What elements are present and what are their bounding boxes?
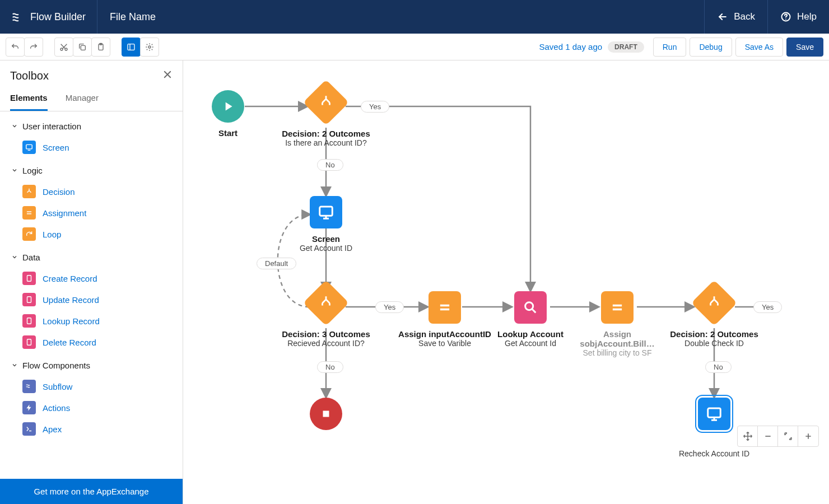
flow-canvas[interactable]: Start Decision: 2 Outcomes Is there an A… xyxy=(183,60,829,504)
back-label: Back xyxy=(734,11,755,22)
svg-rect-4 xyxy=(81,45,85,50)
cut-button[interactable] xyxy=(54,38,73,57)
zoom-fit-button[interactable] xyxy=(778,426,798,446)
svg-point-16 xyxy=(525,302,533,310)
close-toolbox-button[interactable] xyxy=(162,68,173,83)
brand-area: Flow Builder xyxy=(0,0,97,34)
doc-icon xyxy=(22,293,36,306)
chevron-down-icon xyxy=(11,361,18,370)
debug-button[interactable]: Debug xyxy=(690,38,732,57)
settings-button[interactable] xyxy=(140,38,159,57)
assignment-icon xyxy=(22,206,36,220)
assignment-icon xyxy=(429,291,461,324)
cat-head-data[interactable]: Data xyxy=(0,248,183,267)
svg-point-2 xyxy=(60,48,63,50)
tab-elements[interactable]: Elements xyxy=(10,86,48,111)
zoom-out-button[interactable] xyxy=(758,426,778,446)
bolt-icon xyxy=(22,401,36,414)
palette-delete-record[interactable]: Delete Record xyxy=(0,332,183,353)
decision-icon xyxy=(303,80,349,125)
doc-icon xyxy=(22,272,36,285)
save-button[interactable]: Save xyxy=(786,38,823,57)
svg-point-1 xyxy=(785,18,786,20)
help-icon xyxy=(780,11,791,22)
file-name: File Name xyxy=(97,11,168,23)
decision-icon xyxy=(22,185,36,198)
cat-label: Data xyxy=(22,253,40,262)
node-stop[interactable] xyxy=(276,398,376,430)
appexchange-button[interactable]: Get more on the AppExchange xyxy=(0,479,183,504)
chevron-down-icon xyxy=(11,253,18,262)
toolbox-panel: Toolbox Elements Manager User interactio… xyxy=(0,60,183,504)
zoom-controls xyxy=(737,426,819,447)
toggle-toolbox-button[interactable] xyxy=(122,38,141,57)
help-button[interactable]: Help xyxy=(767,0,829,34)
redo-button[interactable] xyxy=(24,38,43,57)
svg-rect-9 xyxy=(26,144,32,149)
cat-label: Flow Components xyxy=(22,361,90,370)
start-icon xyxy=(212,90,244,123)
back-button[interactable]: Back xyxy=(704,0,767,34)
palette-assignment[interactable]: Assignment xyxy=(0,202,183,223)
edge-label-d2-default: Default xyxy=(257,258,296,269)
svg-point-8 xyxy=(148,46,151,48)
doc-icon xyxy=(22,314,36,328)
palette-apex[interactable]: Apex xyxy=(0,418,183,440)
palette-loop[interactable]: Loop xyxy=(0,223,183,245)
svg-rect-13 xyxy=(27,339,31,346)
back-arrow-icon xyxy=(717,11,728,22)
edge-label-d1-yes: Yes xyxy=(361,101,389,113)
palette-decision[interactable]: Decision xyxy=(0,181,183,202)
decision-icon xyxy=(691,280,737,326)
toolbox-categories: User interaction Screen Logic Decision xyxy=(0,111,183,479)
toolbox-title: Toolbox xyxy=(10,69,49,82)
app-header: Flow Builder File Name Back Help xyxy=(0,0,829,34)
flow-builder-icon xyxy=(11,11,24,23)
stop-icon xyxy=(310,398,342,430)
cat-label: Logic xyxy=(22,166,43,175)
node-assign-2[interactable]: Assign sobjAccount.Bill… Set billing cit… xyxy=(567,291,668,357)
cat-head-user-interaction[interactable]: User interaction xyxy=(0,117,183,136)
palette-create-record[interactable]: Create Record xyxy=(0,268,183,289)
palette-subflow[interactable]: Subflow xyxy=(0,376,183,397)
svg-point-3 xyxy=(65,48,67,50)
palette-lookup-record[interactable]: Lookup Record xyxy=(0,310,183,332)
svg-rect-14 xyxy=(320,207,333,216)
svg-rect-7 xyxy=(128,44,134,50)
node-lookup[interactable]: Lookup Account Get Account Id xyxy=(480,291,581,348)
edge-label-d3-yes: Yes xyxy=(753,301,782,313)
app-title: Flow Builder xyxy=(30,11,86,23)
svg-rect-10 xyxy=(27,276,31,282)
lookup-icon xyxy=(514,291,547,324)
palette-update-record[interactable]: Update Record xyxy=(0,289,183,310)
svg-rect-12 xyxy=(27,318,31,324)
cat-label: User interaction xyxy=(22,122,81,131)
node-decision-2[interactable]: Decision: 3 Outcomes Recieved Account ID… xyxy=(276,287,376,348)
toolbox-tabs: Elements Manager xyxy=(0,86,183,111)
palette-screen[interactable]: Screen xyxy=(0,137,183,158)
node-start[interactable]: Start xyxy=(183,90,278,138)
node-decision-1[interactable]: Decision: 2 Outcomes Is there an Account… xyxy=(276,86,376,147)
run-button[interactable]: Run xyxy=(653,38,687,57)
paste-button[interactable] xyxy=(91,38,110,57)
pan-button[interactable] xyxy=(738,426,758,446)
tab-manager[interactable]: Manager xyxy=(66,86,99,111)
zoom-in-button[interactable] xyxy=(798,426,818,446)
cat-head-flow-components[interactable]: Flow Components xyxy=(0,356,183,375)
screen-icon xyxy=(698,398,730,430)
doc-icon xyxy=(22,335,36,349)
palette-actions[interactable]: Actions xyxy=(0,397,183,418)
screen-icon xyxy=(22,141,36,154)
undo-button[interactable] xyxy=(6,38,25,57)
copy-button[interactable] xyxy=(73,38,92,57)
help-label: Help xyxy=(797,11,817,22)
save-as-button[interactable]: Save As xyxy=(735,38,783,57)
save-status: Saved 1 day ago DRAFT xyxy=(539,41,644,53)
cat-head-logic[interactable]: Logic xyxy=(0,161,183,180)
node-screen-1[interactable]: Screen Get Account ID xyxy=(276,196,376,253)
node-decision-3[interactable]: Decision: 2 Outcomes Double Check ID xyxy=(664,287,765,348)
svg-rect-15 xyxy=(323,411,329,417)
edge-label-d2-no: No xyxy=(317,361,343,373)
saved-time-label: Saved 1 day ago xyxy=(539,42,602,52)
subflow-icon xyxy=(22,380,36,393)
